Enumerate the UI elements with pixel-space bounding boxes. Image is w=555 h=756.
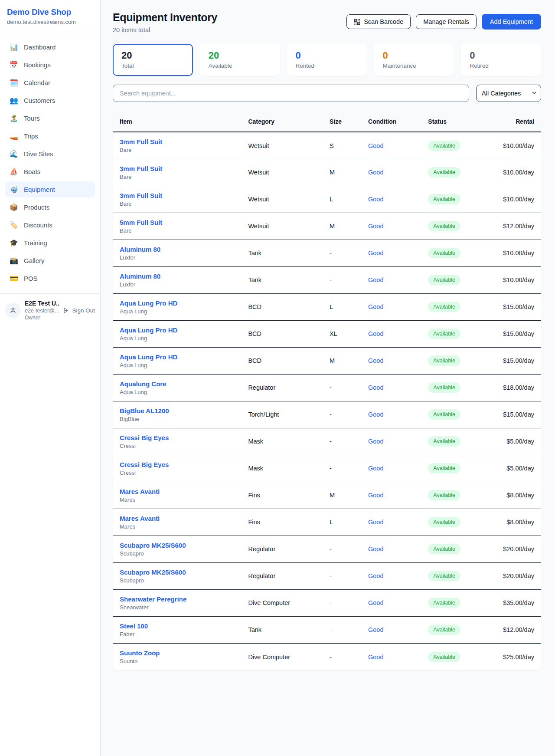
status-badge: Available [428,517,460,527]
cell-status: Available [421,374,481,401]
stat-value: 0 [470,50,532,61]
sidebar-item-boats[interactable]: ⛵Boats [5,164,95,180]
cell-status: Available [421,509,481,536]
item-name-link[interactable]: Scubapro MK25/S600 [120,542,234,549]
avatar [5,302,21,318]
page-title-block: Equipment Inventory 20 items total [113,11,217,33]
cell-size: M [323,482,361,509]
status-badge: Available [428,625,460,635]
item-brand: Cressi [120,443,234,449]
add-equipment-button[interactable]: Add Equipment [482,14,541,30]
cell-status: Available [421,186,481,213]
item-brand: Mares [120,523,234,530]
brand-domain: demo.test.divestreams.com [7,19,93,25]
item-name-link[interactable]: Scubapro MK25/S600 [120,569,234,576]
cell-item: BigBlue AL1200BigBlue [113,401,241,428]
item-name-link[interactable]: Mares Avanti [120,488,234,495]
stat-card-retired[interactable]: 0Retired [461,44,541,76]
stat-label: Rented [296,62,359,69]
sidebar-item-pos[interactable]: 💳POS [5,270,95,286]
cell-status: Available [421,240,481,266]
cell-condition: Good [361,347,421,374]
brand-name[interactable]: Demo Dive Shop [7,7,93,17]
search-input[interactable] [113,85,469,102]
sign-out-button[interactable]: Sign Out [63,307,95,314]
cell-status: Available [421,616,481,643]
category-filter[interactable]: All Categories [476,85,541,102]
manage-rentals-button[interactable]: Manage Rentals [416,14,477,29]
sidebar-item-dashboard[interactable]: 📊Dashboard [5,39,95,55]
table-header-row: ItemCategorySizeConditionStatusRental [113,112,541,132]
item-name-link[interactable]: 3mm Full Suit [120,165,234,172]
cell-size: M [323,347,361,374]
cell-item: 3mm Full SuitBare [113,186,241,213]
cell-rental: $15.00/day [481,401,541,428]
stat-card-available[interactable]: 20Available [200,44,280,76]
cell-status: Available [421,643,481,670]
item-name-link[interactable]: Shearwater Peregrine [120,595,234,603]
sign-out-label: Sign Out [72,307,95,314]
sidebar-item-gallery[interactable]: 📸Gallery [5,253,95,269]
sidebar-item-tours[interactable]: 🏝️Tours [5,110,95,126]
page-header: Equipment Inventory 20 items total [113,11,541,33]
cell-item: Scubapro MK25/S600Scubapro [113,562,241,589]
status-badge: Available [428,194,460,204]
stat-card-total[interactable]: 20Total [113,44,193,76]
cell-category: Dive Computer [241,643,323,670]
column-header-rental: Rental [481,112,541,132]
brand: Demo Dive Shop demo.test.divestreams.com [0,0,100,32]
person-icon [9,306,17,314]
item-name-link[interactable]: Aqua Lung Pro HD [120,326,234,334]
cell-size: - [323,374,361,401]
sidebar-item-trips[interactable]: 🚤Trips [5,128,95,144]
stat-card-maintenance[interactable]: 0Maintenance [374,44,454,76]
cell-condition: Good [361,401,421,428]
table-row: Aqualung CoreAqua LungRegulator-GoodAvai… [113,374,541,401]
item-name-link[interactable]: Aqua Lung Pro HD [120,299,234,307]
item-name-link[interactable]: Suunto Zoop [120,649,234,657]
cell-status: Available [421,132,481,159]
sidebar-item-training[interactable]: 🎓Training [5,235,95,251]
status-badge: Available [428,275,460,285]
item-name-link[interactable]: Aluminum 80 [120,273,234,280]
cell-rental: $15.00/day [481,320,541,347]
item-name-link[interactable]: Aluminum 80 [120,246,234,253]
item-name-link[interactable]: 3mm Full Suit [120,192,234,199]
stat-label: Available [209,62,271,69]
stat-card-rented[interactable]: 0Rented [287,44,367,76]
scan-barcode-button[interactable]: Scan Barcode [346,14,411,29]
cell-status: Available [421,428,481,455]
cell-condition: Good [361,482,421,509]
status-badge: Available [428,652,460,662]
item-name-link[interactable]: Steel 100 [120,622,234,630]
sidebar-item-dive-sites[interactable]: 🌊Dive Sites [5,146,95,162]
barcode-scan-icon [354,19,360,25]
item-name-link[interactable]: Aqua Lung Pro HD [120,353,234,361]
sidebar-item-customers[interactable]: 👥Customers [5,92,95,108]
table-row: Steel 100FaberTank-GoodAvailable$12.00/d… [113,616,541,643]
cell-rental: $18.00/day [481,374,541,401]
cell-condition: Good [361,428,421,455]
cell-size: - [323,643,361,670]
cell-rental: $10.00/day [481,159,541,186]
item-brand: Luxfer [120,254,234,261]
item-brand: Shearwater [120,604,234,611]
item-name-link[interactable]: Cressi Big Eyes [120,434,234,441]
cell-size: S [323,132,361,159]
item-name-link[interactable]: BigBlue AL1200 [120,407,234,414]
item-name-link[interactable]: Aqualung Core [120,380,234,388]
filter-row: All Categories [113,85,541,102]
sidebar-item-label: Boats [24,168,40,175]
add-equipment-label: Add Equipment [490,18,533,25]
sidebar-item-calendar[interactable]: 🗓️Calendar [5,75,95,91]
item-name-link[interactable]: 3mm Full Suit [120,138,234,145]
sidebar-item-products[interactable]: 📦Products [5,199,95,215]
item-name-link[interactable]: Cressi Big Eyes [120,461,234,468]
sidebar-item-discounts[interactable]: 🏷️Discounts [5,217,95,233]
sidebar-item-equipment[interactable]: 🤿Equipment [5,181,95,197]
item-name-link[interactable]: 5mm Full Suit [120,219,234,226]
status-badge: Available [428,355,460,366]
cell-condition: Good [361,159,421,186]
sidebar-item-bookings[interactable]: 📅Bookings [5,57,95,73]
item-name-link[interactable]: Mares Avanti [120,515,234,522]
